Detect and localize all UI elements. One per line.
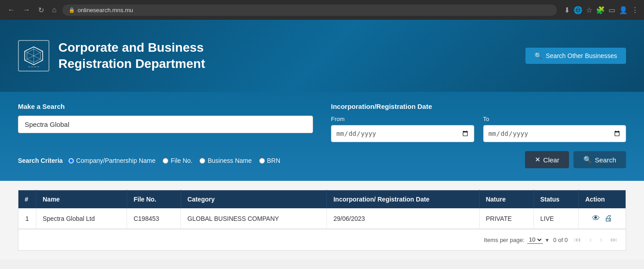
sidebar-icon[interactable]: ▭ [609, 6, 615, 14]
items-per-page-label: Items per page: [484, 237, 524, 243]
url-text: onlinesearch.mns.mu [78, 7, 133, 13]
search-other-businesses-button[interactable]: 🔍 Search Other Businesses [525, 48, 626, 64]
col-name: Name [36, 190, 127, 209]
from-label: From [331, 116, 474, 122]
col-date: Incorporation/ Registration Date [327, 190, 479, 209]
svg-text:C B R D: C B R D [28, 66, 40, 67]
row-nature: PRIVATE [479, 208, 534, 229]
table-row: 1 Spectra Global Ltd C198453 GLOBAL BUSI… [18, 208, 626, 229]
col-status: Status [534, 190, 578, 209]
search-button[interactable]: 🔍 Search [573, 151, 626, 168]
browser-chrome: ← → ↻ ⌂ 🔒 onlinesearch.mns.mu ⬇ 🌐 ☆ 🧩 ▭ … [0, 0, 644, 20]
table-body: 1 Spectra Global Ltd C198453 GLOBAL BUSI… [18, 208, 626, 229]
search-other-icon: 🔍 [534, 52, 542, 59]
star-icon[interactable]: ☆ [586, 6, 592, 14]
to-date-group: To [483, 116, 626, 142]
reload-button[interactable]: ↻ [36, 5, 46, 15]
col-fileno: File No. [127, 190, 181, 209]
print-icon[interactable]: 🖨 [604, 214, 613, 223]
clear-icon: ✕ [535, 156, 541, 164]
col-nature: Nature [479, 190, 534, 209]
last-page-button[interactable]: ⏭ [609, 235, 619, 245]
dropdown-icon: ▾ [546, 237, 549, 243]
row-category: GLOBAL BUSINESS COMPANY [181, 208, 327, 229]
row-name: Spectra Global Ltd [36, 208, 127, 229]
radio-business[interactable]: Business Name [199, 157, 251, 164]
action-icons: 👁 🖨 [585, 214, 619, 223]
browser-actions: ⬇ 🌐 ☆ 🧩 ▭ 👤 ⋮ [564, 6, 639, 14]
from-date-group: From [331, 116, 474, 142]
radio-fileno[interactable]: File No. [163, 157, 192, 164]
forward-button[interactable]: → [21, 5, 32, 15]
back-button[interactable]: ← [5, 5, 17, 15]
per-page-select[interactable]: 10 25 50 [527, 236, 543, 244]
search-panel: Make a Search Incorporation/Registration… [0, 92, 644, 181]
table-header: # Name File No. Category Incorporation/ … [18, 190, 626, 209]
extensions-icon[interactable]: 🧩 [596, 6, 605, 14]
site-header: C B R D Corporate and Business Registrat… [0, 20, 644, 92]
row-date: 29/06/2023 [327, 208, 479, 229]
address-bar[interactable]: 🔒 onlinesearch.mns.mu [62, 4, 557, 16]
row-action: 👁 🖨 [579, 208, 626, 229]
search-criteria-label: Search Criteria [18, 157, 63, 164]
search-btn-icon: 🔍 [583, 156, 592, 164]
pagination-row: Items per page: 10 25 50 ▾ 0 of 0 ⏮ ‹ › [18, 229, 626, 250]
header-left: C B R D Corporate and Business Registrat… [18, 40, 205, 72]
view-icon[interactable]: 👁 [592, 214, 600, 223]
results-table: # Name File No. Category Incorporation/ … [18, 190, 626, 251]
to-date-input[interactable] [483, 125, 626, 142]
results-area: # Name File No. Category Incorporation/ … [0, 181, 644, 260]
next-page-button[interactable]: › [598, 235, 604, 245]
to-label: To [483, 116, 626, 122]
date-row: From To [331, 116, 626, 142]
search-row: Make a Search Incorporation/Registration… [18, 103, 626, 142]
lock-icon: 🔒 [69, 7, 75, 13]
header-title: Corporate and Business Registration Depa… [58, 40, 205, 72]
prev-page-button[interactable]: ‹ [587, 235, 593, 245]
home-button[interactable]: ⌂ [50, 5, 59, 15]
search-input[interactable] [18, 116, 313, 133]
col-number: # [18, 190, 36, 209]
radio-brn[interactable]: BRN [259, 157, 281, 164]
date-section-label: Incorporation/Registration Date [331, 103, 626, 110]
criteria-row: Search Criteria Company/Partnership Name… [18, 157, 285, 164]
row-fileno: C198453 [127, 208, 181, 229]
download-icon[interactable]: ⬇ [564, 6, 570, 14]
row-status: LIVE [534, 208, 578, 229]
first-page-button[interactable]: ⏮ [572, 235, 583, 245]
cbrd-logo-icon: C B R D [22, 45, 45, 67]
logo-box: C B R D [18, 40, 49, 72]
col-action: Action [579, 190, 626, 209]
make-search-label: Make a Search [18, 103, 313, 110]
menu-icon[interactable]: ⋮ [631, 6, 639, 14]
clear-button[interactable]: ✕ Clear [525, 151, 569, 168]
radio-company[interactable]: Company/Partnership Name [68, 157, 156, 164]
from-date-input[interactable] [331, 125, 474, 142]
search-right: Incorporation/Registration Date From To [331, 103, 626, 142]
profile-icon[interactable]: 👤 [619, 6, 628, 14]
items-per-page: Items per page: 10 25 50 ▾ [484, 236, 548, 244]
col-category: Category [181, 190, 327, 209]
row-number: 1 [18, 208, 36, 229]
search-left: Make a Search [18, 103, 313, 133]
btn-row: ✕ Clear 🔍 Search [525, 151, 626, 168]
page-info: 0 of 0 [553, 237, 568, 243]
translate-icon[interactable]: 🌐 [573, 6, 582, 14]
